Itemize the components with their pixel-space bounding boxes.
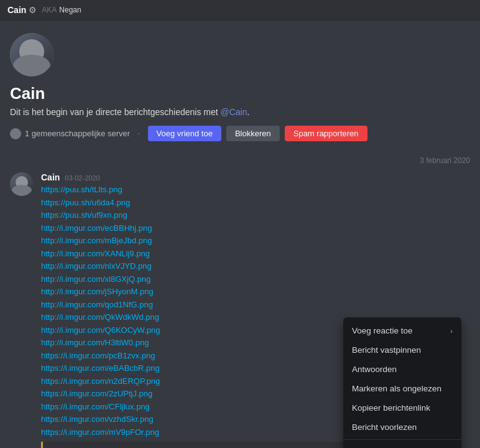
context-menu-item-pin[interactable]: Bericht vastpinnen — [343, 340, 461, 360]
context-menu-item-unread-label: Markeren als ongelezen — [352, 384, 441, 393]
context-menu-item-reply[interactable]: Antwoorden — [343, 360, 461, 379]
context-menu-item-copylink[interactable]: Kopieer berichtenlink — [343, 398, 461, 418]
context-menu-item-pin-label: Bericht vastpinnen — [352, 345, 421, 355]
title-bar-username: Cain — [7, 5, 26, 15]
message-author-name: Cain — [41, 172, 60, 182]
message-link-8[interactable]: http://i.imgur.com/jSHyonM.png — [41, 286, 470, 298]
context-menu-item-unread[interactable]: Markeren als ongelezen — [343, 379, 461, 398]
mutual-servers: 1 gemeenschappelijke server — [10, 128, 130, 139]
title-bar: Cain ⚙ AKA Negan — [0, 0, 480, 21]
profile-description: Dit is het begin van je directe berichtg… — [10, 107, 470, 117]
context-menu-item-reply-label: Antwoorden — [352, 365, 397, 374]
profile-actions: 1 gemeenschappelijke server · Voeg vrien… — [10, 126, 470, 141]
context-menu-item-tts-label: Bericht voorlezen — [352, 422, 417, 432]
mutual-servers-icon — [10, 128, 21, 139]
profile-avatar — [10, 33, 53, 77]
spam-report-button[interactable]: Spam rapporteren — [285, 126, 367, 141]
context-menu-item-copylink-label: Kopieer berichtenlink — [352, 403, 430, 413]
message-link-0[interactable]: https://puu.sh/tLlts.png — [41, 184, 470, 196]
message-timestamp: 03-02-2020 — [65, 174, 99, 182]
message-link-1[interactable]: https://puu.sh/u6da4.png — [41, 197, 470, 209]
date-divider: 3 februari 2020 — [10, 156, 470, 165]
context-menu-item-react[interactable]: Voeg reactie toe › — [343, 321, 461, 340]
message-author-avatar — [10, 172, 34, 196]
profile-desc-suffix: . — [247, 107, 250, 117]
mutual-servers-count: 1 gemeenschappelijke server — [25, 129, 130, 138]
title-bar-aka-label: AKA — [42, 6, 57, 14]
message-link-6[interactable]: http://i.imgur.com/nlxVJYD.png — [41, 260, 470, 273]
title-bar-aka-name: Negan — [59, 6, 81, 14]
message-link-9[interactable]: http://i.imgur.com/qod1NfG.png — [41, 299, 470, 311]
profile-desc-prefix: Dit is het begin van je directe berichtg… — [10, 107, 221, 117]
message-link-5[interactable]: http://i.imgur.com/XANLlj9.png — [41, 248, 470, 260]
message-link-7[interactable]: http://i.imgur.com/xl8GXjQ.png — [41, 273, 470, 286]
message-link-3[interactable]: http://i.imgur.com/ecBBHhj.png — [41, 222, 470, 235]
profile-mention: @Cain — [221, 107, 247, 117]
context-menu-divider — [343, 439, 461, 440]
message-link-2[interactable]: https://puu.sh/uf9xn.png — [41, 209, 470, 222]
profile-header: Cain Dit is het begin van je directe ber… — [0, 21, 480, 151]
gear-icon[interactable]: ⚙ — [29, 5, 37, 15]
game-message-box-1: Congratulations - your raid is complete!… — [41, 442, 352, 448]
context-menu: Voeg reactie toe › Bericht vastpinnen An… — [343, 317, 461, 448]
chevron-right-icon: › — [450, 327, 453, 335]
context-menu-item-react-label: Voeg reactie toe — [352, 326, 413, 335]
add-friend-button[interactable]: Voeg vriend toe — [148, 126, 221, 141]
profile-name: Cain — [10, 84, 470, 103]
separator-dot: · — [137, 128, 140, 139]
context-menu-item-tts[interactable]: Bericht voorlezen — [343, 418, 461, 437]
context-menu-item-copyid[interactable]: Kopieer ID — [343, 442, 461, 448]
avatar-image — [10, 33, 53, 77]
block-button[interactable]: Blokkeren — [226, 126, 280, 141]
message-link-4[interactable]: http://i.imgur.com/mBjeJbd.png — [41, 235, 470, 247]
message-header: Cain 03-02-2020 — [41, 172, 470, 182]
